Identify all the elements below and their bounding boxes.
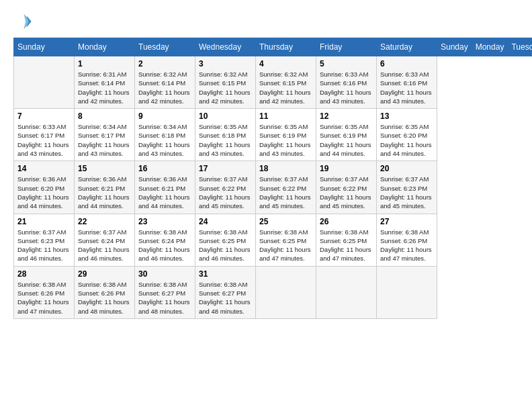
calendar-cell: 9Sunrise: 6:34 AM Sunset: 6:18 PM Daylig… — [135, 109, 195, 161]
calendar-cell: 31Sunrise: 6:38 AM Sunset: 6:27 PM Dayli… — [195, 266, 256, 318]
day-info: Sunrise: 6:38 AM Sunset: 6:24 PM Dayligh… — [138, 228, 191, 263]
calendar-cell: 28Sunrise: 6:38 AM Sunset: 6:26 PM Dayli… — [14, 266, 75, 318]
calendar-cell: 22Sunrise: 6:37 AM Sunset: 6:24 PM Dayli… — [75, 214, 135, 266]
calendar-cell: 19Sunrise: 6:37 AM Sunset: 6:22 PM Dayli… — [316, 161, 377, 214]
day-number: 10 — [199, 111, 252, 121]
day-number: 18 — [259, 164, 312, 173]
day-number: 9 — [138, 111, 191, 121]
day-info: Sunrise: 6:38 AM Sunset: 6:27 PM Dayligh… — [199, 280, 252, 316]
day-number: 28 — [17, 269, 71, 279]
day-header-thursday: Thursday — [256, 38, 316, 56]
calendar-cell: 30Sunrise: 6:38 AM Sunset: 6:27 PM Dayli… — [135, 266, 195, 318]
day-number: 2 — [138, 59, 191, 68]
day-number: 1 — [78, 59, 131, 68]
week-row-3: 14Sunrise: 6:36 AM Sunset: 6:20 PM Dayli… — [14, 161, 533, 214]
day-info: Sunrise: 6:33 AM Sunset: 6:16 PM Dayligh… — [320, 70, 373, 105]
calendar-cell: 10Sunrise: 6:35 AM Sunset: 6:18 PM Dayli… — [195, 109, 256, 161]
calendar-cell: 29Sunrise: 6:38 AM Sunset: 6:26 PM Dayli… — [75, 266, 135, 318]
calendar-cell: 20Sunrise: 6:37 AM Sunset: 6:23 PM Dayli… — [377, 161, 437, 214]
day-info: Sunrise: 6:37 AM Sunset: 6:22 PM Dayligh… — [320, 175, 373, 210]
day-header-wednesday: Wednesday — [195, 38, 256, 56]
day-number: 31 — [199, 269, 252, 279]
day-info: Sunrise: 6:38 AM Sunset: 6:25 PM Dayligh… — [259, 228, 312, 263]
calendar-cell: 1Sunrise: 6:31 AM Sunset: 6:14 PM Daylig… — [75, 56, 135, 109]
day-header-friday: Friday — [316, 38, 377, 56]
day-header-sunday: Sunday — [14, 38, 75, 56]
day-number: 3 — [199, 59, 252, 68]
logo — [13, 12, 35, 31]
week-row-1: 1Sunrise: 6:31 AM Sunset: 6:14 PM Daylig… — [14, 56, 533, 109]
calendar-cell: 24Sunrise: 6:38 AM Sunset: 6:25 PM Dayli… — [195, 214, 256, 266]
day-info: Sunrise: 6:35 AM Sunset: 6:19 PM Dayligh… — [259, 122, 312, 158]
svg-marker-1 — [24, 14, 31, 29]
day-info: Sunrise: 6:36 AM Sunset: 6:20 PM Dayligh… — [17, 175, 71, 210]
day-number: 30 — [138, 269, 191, 279]
calendar-cell: 26Sunrise: 6:38 AM Sunset: 6:25 PM Dayli… — [316, 214, 377, 266]
day-number: 4 — [259, 59, 312, 68]
calendar-cell — [377, 266, 437, 318]
calendar-cell: 16Sunrise: 6:36 AM Sunset: 6:21 PM Dayli… — [135, 161, 195, 214]
day-info: Sunrise: 6:38 AM Sunset: 6:26 PM Dayligh… — [78, 280, 131, 316]
day-info: Sunrise: 6:38 AM Sunset: 6:25 PM Dayligh… — [199, 228, 252, 263]
day-info: Sunrise: 6:37 AM Sunset: 6:23 PM Dayligh… — [17, 228, 71, 263]
calendar-cell: 12Sunrise: 6:35 AM Sunset: 6:19 PM Dayli… — [316, 109, 377, 161]
day-number: 20 — [380, 164, 433, 173]
day-info: Sunrise: 6:38 AM Sunset: 6:25 PM Dayligh… — [320, 228, 373, 263]
day-number: 12 — [320, 111, 373, 121]
header — [13, 12, 519, 31]
day-info: Sunrise: 6:32 AM Sunset: 6:14 PM Dayligh… — [138, 70, 191, 105]
calendar-cell — [14, 56, 75, 109]
day-info: Sunrise: 6:37 AM Sunset: 6:22 PM Dayligh… — [259, 175, 312, 210]
day-number: 21 — [17, 217, 71, 226]
day-info: Sunrise: 6:32 AM Sunset: 6:15 PM Dayligh… — [259, 70, 312, 105]
day-number: 13 — [380, 111, 433, 121]
day-info: Sunrise: 6:34 AM Sunset: 6:17 PM Dayligh… — [78, 122, 131, 158]
day-info: Sunrise: 6:36 AM Sunset: 6:21 PM Dayligh… — [78, 175, 131, 210]
day-header-tuesday: Tuesday — [508, 38, 532, 56]
day-info: Sunrise: 6:36 AM Sunset: 6:21 PM Dayligh… — [138, 175, 191, 210]
day-number: 23 — [138, 217, 191, 226]
day-info: Sunrise: 6:37 AM Sunset: 6:24 PM Dayligh… — [78, 228, 131, 263]
calendar-cell: 23Sunrise: 6:38 AM Sunset: 6:24 PM Dayli… — [135, 214, 195, 266]
day-number: 7 — [17, 111, 71, 121]
calendar-cell: 14Sunrise: 6:36 AM Sunset: 6:20 PM Dayli… — [14, 161, 75, 214]
day-header-saturday: Saturday — [377, 38, 437, 56]
day-number: 15 — [78, 164, 131, 173]
day-header-monday: Monday — [472, 38, 508, 56]
day-info: Sunrise: 6:31 AM Sunset: 6:14 PM Dayligh… — [78, 70, 131, 105]
day-number: 17 — [199, 164, 252, 173]
calendar-cell: 15Sunrise: 6:36 AM Sunset: 6:21 PM Dayli… — [75, 161, 135, 214]
day-info: Sunrise: 6:35 AM Sunset: 6:20 PM Dayligh… — [380, 122, 433, 158]
week-row-4: 21Sunrise: 6:37 AM Sunset: 6:23 PM Dayli… — [14, 214, 533, 266]
day-number: 27 — [380, 217, 433, 226]
calendar-cell: 6Sunrise: 6:33 AM Sunset: 6:16 PM Daylig… — [377, 56, 437, 109]
day-info: Sunrise: 6:38 AM Sunset: 6:27 PM Dayligh… — [138, 280, 191, 316]
calendar-cell: 25Sunrise: 6:38 AM Sunset: 6:25 PM Dayli… — [256, 214, 316, 266]
calendar-cell — [316, 266, 377, 318]
day-number: 11 — [259, 111, 312, 121]
day-number: 6 — [380, 59, 433, 68]
day-header-tuesday: Tuesday — [135, 38, 195, 56]
calendar-cell: 27Sunrise: 6:38 AM Sunset: 6:26 PM Dayli… — [377, 214, 437, 266]
calendar-table: SundayMondayTuesdayWednesdayThursdayFrid… — [13, 38, 532, 319]
day-info: Sunrise: 6:35 AM Sunset: 6:19 PM Dayligh… — [320, 122, 373, 158]
day-number: 5 — [320, 59, 373, 68]
logo-icon — [13, 12, 32, 31]
calendar-cell: 7Sunrise: 6:33 AM Sunset: 6:17 PM Daylig… — [14, 109, 75, 161]
header-row: SundayMondayTuesdayWednesdayThursdayFrid… — [14, 38, 533, 56]
day-number: 22 — [78, 217, 131, 226]
calendar-cell: 3Sunrise: 6:32 AM Sunset: 6:15 PM Daylig… — [195, 56, 256, 109]
day-info: Sunrise: 6:37 AM Sunset: 6:22 PM Dayligh… — [199, 175, 252, 210]
day-number: 8 — [78, 111, 131, 121]
day-info: Sunrise: 6:34 AM Sunset: 6:18 PM Dayligh… — [138, 122, 191, 158]
day-number: 14 — [17, 164, 71, 173]
page: SundayMondayTuesdayWednesdayThursdayFrid… — [0, 0, 532, 411]
day-number: 24 — [199, 217, 252, 226]
day-info: Sunrise: 6:33 AM Sunset: 6:16 PM Dayligh… — [380, 70, 433, 105]
day-number: 16 — [138, 164, 191, 173]
day-number: 19 — [320, 164, 373, 173]
calendar-cell: 13Sunrise: 6:35 AM Sunset: 6:20 PM Dayli… — [377, 109, 437, 161]
calendar-cell: 11Sunrise: 6:35 AM Sunset: 6:19 PM Dayli… — [256, 109, 316, 161]
day-number: 25 — [259, 217, 312, 226]
day-info: Sunrise: 6:33 AM Sunset: 6:17 PM Dayligh… — [17, 122, 71, 158]
